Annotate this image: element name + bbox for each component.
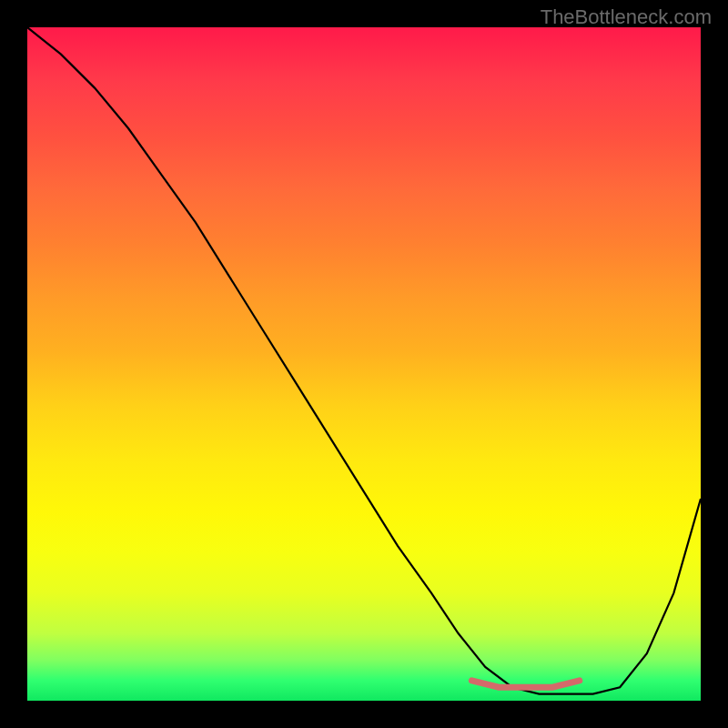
chart-plot-area [27, 27, 701, 701]
watermark-text: TheBottleneck.com [541, 5, 712, 29]
optimal-range-marker-line [471, 681, 579, 687]
bottleneck-curve-line [27, 27, 701, 694]
chart-svg [27, 27, 701, 701]
